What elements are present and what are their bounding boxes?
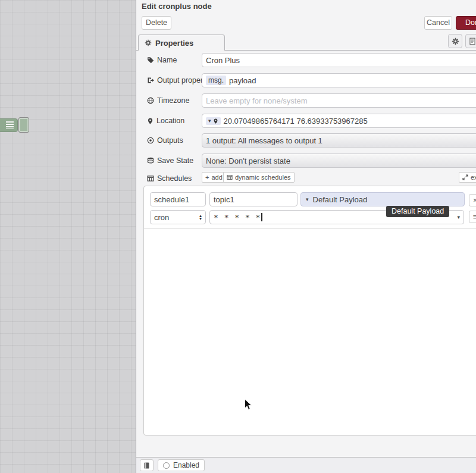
dialog-footer: Enabled (136, 457, 476, 473)
timezone-label-row: Timezone (147, 93, 202, 108)
chevron-down-icon[interactable]: ▾ (453, 215, 460, 220)
outputs-label: Outputs (157, 136, 183, 145)
node-enabled-toggle[interactable]: Enabled (158, 459, 205, 471)
flow-node[interactable] (0, 118, 18, 132)
node-help-button[interactable] (140, 459, 154, 471)
output-property-label: Output property (157, 76, 209, 84)
tooltip: Default Payload (386, 206, 449, 217)
outputs-select[interactable]: 1 output: All messages to output 1 (202, 133, 476, 148)
location-label-row: Location (147, 114, 202, 128)
document-icon (469, 37, 476, 45)
location-type-chip[interactable]: ▾ (206, 117, 221, 125)
dialog-title: Edit cronplus node (142, 1, 212, 12)
add-schedule-button[interactable]: + add (202, 172, 226, 183)
dynamic-schedules-label: dynamic schedules (235, 174, 291, 181)
expression-value: * * * * * (214, 213, 261, 222)
delete-button[interactable]: Delete (142, 16, 171, 30)
name-label: Name (157, 56, 177, 64)
remove-schedule-button[interactable]: × (469, 194, 476, 206)
location-input[interactable]: ▾ 20.07049865764171 76.63933753967285 (202, 114, 476, 128)
gear-icon (145, 39, 152, 46)
up-down-arrows-icon: ▴▾ (199, 214, 202, 220)
chevron-down-icon: ▾ (208, 118, 211, 124)
save-state-label: Save State (157, 156, 193, 165)
output-property-value: payload (229, 76, 256, 85)
done-button[interactable]: Done (456, 16, 476, 30)
schedule-type-select[interactable]: cron ▴▾ (150, 210, 206, 224)
schedule-name-input[interactable] (150, 192, 206, 206)
chevron-down-icon: ▾ (306, 197, 309, 202)
timezone-input[interactable] (202, 93, 476, 108)
schedule-type-value: cron (154, 213, 169, 222)
sign-out-icon (147, 77, 154, 84)
output-property-label-row: Output property (147, 73, 202, 87)
schedule-menu-button[interactable]: ≡ (469, 211, 476, 223)
enabled-label: Enabled (173, 461, 199, 469)
edit-cronplus-dialog: Edit cronplus node Delete Cancel Done Pr… (136, 0, 476, 473)
node-description-button[interactable] (465, 34, 476, 48)
save-state-label-row: Save State (147, 154, 202, 168)
schedule-payload-type: Default Payload (313, 195, 368, 204)
schedule-payload-typedinput[interactable]: ▾ Default Payload (300, 192, 465, 206)
schedules-label: Schedules (157, 174, 192, 183)
output-property-input[interactable]: msg. payload (202, 73, 476, 87)
expand-schedules-label: expand (471, 174, 476, 181)
close-icon: × (473, 196, 476, 205)
expand-schedules-button[interactable]: expand (459, 172, 476, 183)
outputs-value: 1 output: All messages to output 1 (206, 136, 322, 145)
gear-icon (452, 37, 459, 45)
hamburger-icon: ≡ (473, 212, 476, 221)
database-icon (147, 157, 154, 164)
plus-icon: + (205, 174, 209, 181)
list-icon (6, 121, 14, 129)
globe-icon (147, 97, 154, 104)
table-icon (147, 175, 154, 182)
dynamic-schedules-button[interactable]: dynamic schedules (223, 172, 295, 183)
tab-properties-label: Properties (155, 39, 193, 48)
node-settings-button[interactable] (448, 34, 462, 48)
text-cursor (261, 213, 262, 221)
add-schedule-label: add (211, 174, 222, 181)
tag-icon (147, 57, 154, 64)
map-marker-icon (213, 118, 218, 124)
circle-icon (163, 462, 170, 469)
save-state-select[interactable]: None: Don't persist state (202, 154, 476, 168)
outputs-label-row: Outputs (147, 133, 202, 148)
schedules-label-row: Schedules (147, 171, 202, 186)
name-label-row: Name (147, 53, 202, 67)
location-label: Location (156, 117, 184, 125)
schedule-topic-input[interactable] (209, 192, 298, 206)
schedule-list: ▾ Default Payload × cron ▴▾ * * * * * ▾ … (143, 186, 476, 436)
name-input[interactable] (202, 53, 476, 67)
grid-icon (227, 174, 233, 180)
location-value: 20.07049865764171 76.63933753967285 (224, 117, 368, 126)
book-icon (143, 462, 150, 469)
tab-properties[interactable]: Properties (138, 35, 225, 51)
dot-circle-icon (147, 137, 154, 144)
save-state-value: None: Don't persist state (206, 156, 290, 165)
msg-prefix-chip[interactable]: msg. (206, 76, 226, 85)
map-marker-icon (147, 117, 154, 125)
expand-icon (462, 174, 468, 180)
timezone-label: Timezone (157, 96, 189, 105)
cancel-button[interactable]: Cancel (424, 16, 452, 30)
flow-workspace (0, 0, 136, 473)
flow-node-toggle-button[interactable] (18, 117, 29, 133)
